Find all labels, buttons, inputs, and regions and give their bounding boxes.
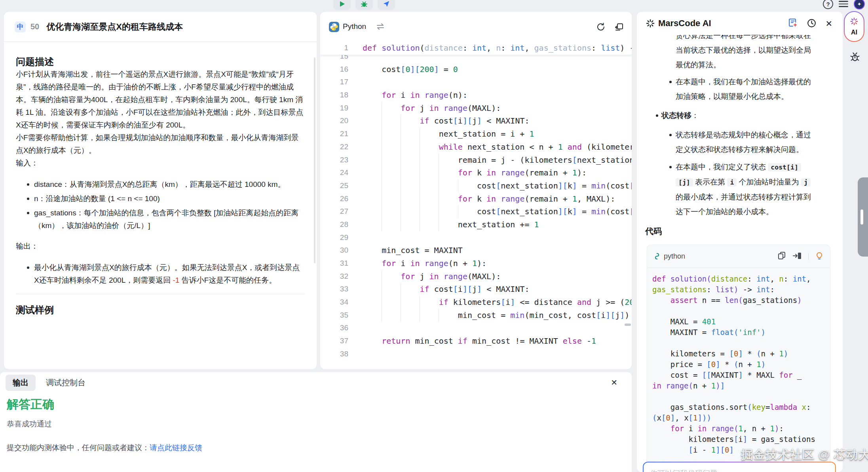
code-line: gas_stations: list) -> int: bbox=[652, 284, 830, 295]
problem-title: 优化青海湖至景点X的租车路线成本 bbox=[46, 21, 183, 33]
code-line: price = [0] * (n + 1) bbox=[652, 359, 830, 370]
copy-icon[interactable] bbox=[777, 251, 786, 262]
description-paragraph: 小F计划从青海湖出发，前往一个遥远的景点X进行旅游。景点X可能是“敦煌”或“月牙… bbox=[16, 68, 305, 131]
ai-widget-label: AI bbox=[851, 29, 857, 36]
divider bbox=[16, 294, 305, 294]
code-line bbox=[652, 338, 830, 348]
sticky-line: 1def solution(distance: int, n: int, gas… bbox=[320, 42, 632, 55]
assistant-title: MarsCode AI bbox=[658, 18, 711, 29]
ai-widget[interactable]: AI bbox=[844, 11, 864, 42]
assistant-answer: 贪心算法是一种在每一步选择中都采取在当前状态下最优的选择，以期望达到全局最优的算… bbox=[637, 28, 843, 219]
chat-input[interactable] bbox=[644, 462, 835, 472]
code-line: 18 for i in range(n): bbox=[320, 89, 632, 102]
code-line: 19 for j in range(MAXL): bbox=[320, 102, 632, 115]
problem-panel: 中 50 优化青海湖至景点X的租车路线成本 问题描述 小F计划从青海湖出发，前往… bbox=[4, 12, 317, 369]
code-line: 31 for i in range(n + 1): bbox=[320, 257, 632, 270]
debug-bug-icon[interactable] bbox=[849, 51, 860, 64]
code-line: 21 next_station = i + 1 bbox=[320, 128, 632, 141]
code-line: 33 if cost[i][j] < MAXINT: bbox=[320, 283, 632, 296]
nav-right-group: ? ✦ bbox=[823, 0, 865, 10]
code-line: 32 for j in range(MAXL): bbox=[320, 270, 632, 283]
input-list: distance：从青海湖到景点X的总距离（km），距离最远不超过 10000 … bbox=[16, 178, 305, 232]
problem-header: 中 50 优化青海湖至景点X的租车路线成本 bbox=[4, 12, 317, 42]
assistant-text-line: [j] 表示在第 i 个加油站时油量为 j bbox=[637, 175, 843, 190]
top-navbar: ? ✦ bbox=[0, 0, 868, 12]
list-item: 最小化从青海湖到景点X的旅行成本（元）。如果无法到达景点X，或者到达景点X还车时… bbox=[34, 261, 305, 287]
code-line: 27 cost[next_station][k] = min(cost[i bbox=[320, 205, 632, 218]
reset-code-icon[interactable] bbox=[596, 22, 606, 33]
assistant-panel: MarsCode AI ✕ 贪心算法是一种在每一步选择中都采取在当前状态下最优的… bbox=[637, 12, 843, 472]
beta-text: 提交功能内测体验中，任何问题或者建议： bbox=[7, 443, 150, 452]
console-panel: 输出 调试控制台 ✕ 解答正确 恭喜成功通过 提交功能内测体验中，任何问题或者建… bbox=[0, 372, 632, 472]
code-line: 29 bbox=[320, 231, 632, 244]
result-status: 解答正确 bbox=[7, 396, 632, 413]
menu-icon[interactable] bbox=[839, 0, 848, 9]
editor-scrollbar[interactable] bbox=[625, 324, 631, 326]
list-item: n：沿途加油站的数量 (1 <= n <= 100) bbox=[34, 192, 305, 205]
avatar[interactable]: ✦ bbox=[854, 0, 865, 10]
insert-code-icon[interactable] bbox=[792, 251, 802, 262]
assistant-text-line: 的最小成本，并通过状态转移方程计算到 bbox=[637, 190, 843, 204]
code-line: 38 bbox=[320, 348, 632, 361]
code-line bbox=[652, 306, 830, 316]
code-line: 30 min_cost = MAXINT bbox=[320, 244, 632, 257]
help-icon[interactable]: ? bbox=[823, 0, 833, 9]
code-line: 26 for k in range(remain + 1, MAXL): bbox=[320, 192, 632, 206]
problem-scrollbar[interactable] bbox=[314, 57, 315, 263]
assistant-text-line: 在本题中，我们定义了状态 cost[i] bbox=[637, 160, 843, 175]
nav-action-buttons bbox=[333, 0, 395, 10]
assistant-text-line: 最优的算法。 bbox=[637, 57, 843, 72]
assistant-text-line: 状态转移： bbox=[637, 108, 843, 123]
code-line: 35 min_cost = min(min_cost, cost[i][j]) bbox=[320, 309, 632, 322]
tab-output[interactable]: 输出 bbox=[6, 375, 36, 391]
editor-panel: Python 1516 cost[0][200] = 01718 for i i… bbox=[320, 12, 632, 369]
run-icon bbox=[338, 0, 346, 9]
code-line: in range(n + 1)] bbox=[652, 381, 830, 391]
code-area[interactable]: 1516 cost[0][200] = 01718 for i in range… bbox=[320, 42, 632, 369]
sample-heading: 测试样例 bbox=[16, 304, 305, 316]
list-item: gas_stations：每个加油站的信息，包含两个非负整数 [加油站距离起始点… bbox=[34, 207, 305, 232]
input-label: 输入： bbox=[16, 157, 305, 169]
code-line: MAXL = 401 bbox=[652, 316, 830, 327]
history-icon[interactable] bbox=[807, 18, 817, 30]
python-logo-icon bbox=[329, 21, 340, 34]
code-line: gas_stations.sort(key=lambda x: bbox=[652, 402, 830, 413]
code-line: 25 cost[next_station][k] = min(cost[i bbox=[320, 179, 632, 192]
send-icon bbox=[383, 0, 390, 9]
assistant-code: def solution(distance: int, n: int,gas_s… bbox=[647, 268, 830, 455]
new-chat-icon[interactable] bbox=[788, 18, 798, 30]
editor-header: Python bbox=[320, 12, 632, 42]
console-tabs: 输出 调试控制台 ✕ bbox=[0, 372, 632, 391]
code-line: 37 return min_cost if min_cost != MAXINT… bbox=[320, 335, 632, 348]
tab-debug-console[interactable]: 调试控制台 bbox=[46, 377, 85, 388]
code-line: for i in range(1, n + 1): bbox=[652, 423, 830, 434]
description-paragraph: 小F需要你帮助他计算，如果合理规划加油站的加油顺序和数量，最小化从青海湖到景点X… bbox=[16, 131, 305, 157]
language-tab[interactable]: Python bbox=[343, 22, 366, 31]
debug-run-button[interactable] bbox=[355, 0, 373, 10]
code-line: MAXINT = float('inf') bbox=[652, 327, 830, 338]
submit-button[interactable] bbox=[378, 0, 395, 10]
open-diff-icon[interactable] bbox=[614, 22, 624, 33]
switch-language-icon[interactable] bbox=[376, 23, 385, 32]
assistant-text-line: 定义状态和状态转移方程来解决问题。 bbox=[637, 142, 843, 157]
congrats-text: 恭喜成功通过 bbox=[7, 419, 632, 429]
edge-scroll-handle[interactable] bbox=[858, 177, 868, 257]
description-heading: 问题描述 bbox=[16, 55, 305, 68]
code-line: 28 next_station += 1 bbox=[320, 218, 632, 231]
assistant-text-line: 在本题中，我们在每个加油站选择最优的 bbox=[637, 74, 843, 89]
code-line: 24 for k in range(remain + 1): bbox=[320, 166, 632, 179]
feedback-link[interactable]: 请点此链接反馈 bbox=[150, 443, 202, 452]
code-line: 1def solution(distance: int, n: int, gas… bbox=[320, 42, 632, 55]
run-button[interactable] bbox=[333, 0, 351, 10]
close-icon[interactable]: ✕ bbox=[611, 378, 617, 387]
code-card-header: python bbox=[647, 245, 830, 268]
assistant-text-line: 达下一个加油站的最小成本。 bbox=[637, 204, 843, 219]
code-line bbox=[652, 391, 830, 402]
assistant-code-card: python bbox=[647, 245, 830, 472]
code-line: 17 bbox=[320, 76, 632, 89]
output-list: 最小化从青海湖到景点X的旅行成本（元）。如果无法到达景点X，或者到达景点X还车时… bbox=[16, 261, 305, 287]
lightbulb-icon[interactable] bbox=[815, 251, 824, 262]
close-icon[interactable]: ✕ bbox=[825, 19, 832, 29]
code-line: 20 if cost[i][j] < MAXINT: bbox=[320, 114, 632, 128]
chat-input-wrap bbox=[643, 462, 836, 472]
